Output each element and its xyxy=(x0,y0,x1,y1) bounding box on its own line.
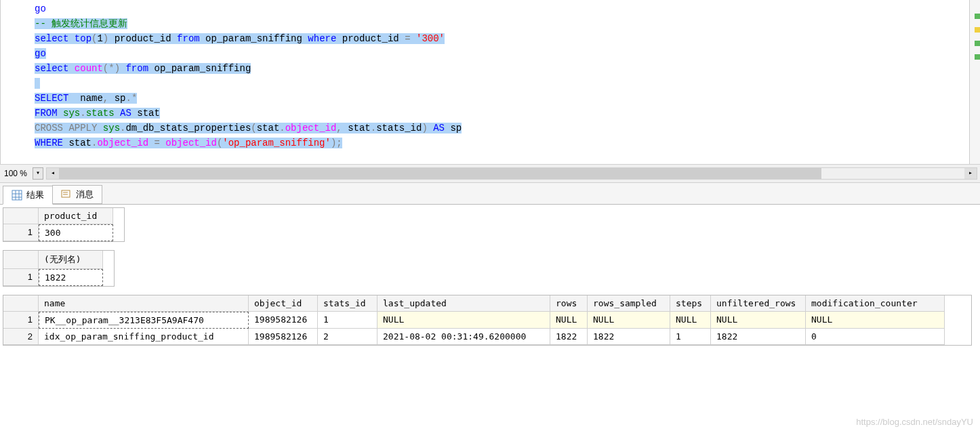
table-row[interactable]: 1 1822 xyxy=(3,269,114,286)
cell[interactable]: NULL xyxy=(588,312,670,329)
code-line xyxy=(35,76,980,91)
zoom-level[interactable]: 100 % xyxy=(3,168,28,179)
column-header[interactable]: steps xyxy=(670,295,711,312)
cell[interactable]: 300 xyxy=(39,224,113,241)
cell[interactable]: 1 xyxy=(670,329,711,345)
code-line: CROSS APPLY sys.dm_db_stats_properties(s… xyxy=(35,121,980,136)
cell[interactable]: 1822 xyxy=(550,329,588,345)
code-line: -- 触发统计信息更新 xyxy=(35,16,980,31)
column-header[interactable]: object_id xyxy=(249,295,318,312)
cell[interactable]: 1822 xyxy=(711,329,806,345)
row-header-blank[interactable] xyxy=(3,251,39,269)
column-header[interactable]: stats_id xyxy=(318,295,377,312)
column-header[interactable]: (无列名) xyxy=(39,251,103,269)
row-number[interactable]: 2 xyxy=(3,329,39,345)
tab-label: 结果 xyxy=(26,189,44,201)
message-icon xyxy=(61,189,72,200)
result-grid-1: product_id 1 300 xyxy=(3,207,125,242)
sql-editor[interactable]: go -- 触发统计信息更新 select top(1) product_id … xyxy=(0,0,980,164)
column-header[interactable]: product_id xyxy=(39,208,113,224)
watermark: https://blog.csdn.net/sndayYU xyxy=(856,417,973,427)
tab-messages[interactable]: 消息 xyxy=(52,185,102,204)
tab-label: 消息 xyxy=(76,188,94,201)
cell[interactable]: 2021-08-02 00:31:49.6200000 xyxy=(377,329,550,345)
scroll-left-icon[interactable]: ◂ xyxy=(47,168,59,179)
cell[interactable]: NULL xyxy=(377,312,550,329)
code-line: SELECT name, sp.* xyxy=(35,91,980,106)
results-pane[interactable]: product_id 1 300 (无列名) 1 1822 name objec… xyxy=(0,205,980,431)
svg-rect-0 xyxy=(12,190,22,200)
table-row[interactable]: 1 PK__op_param__3213E83F5A9AF470 1989582… xyxy=(3,312,971,329)
cell[interactable]: idx_op_param_sniffing_product_id xyxy=(39,329,249,345)
column-header[interactable]: rows xyxy=(550,295,588,312)
code-line: select count(*) from op_param_sniffing xyxy=(35,61,980,76)
cell[interactable]: NULL xyxy=(711,312,806,329)
svg-rect-5 xyxy=(62,190,70,197)
cell[interactable]: 0 xyxy=(806,329,945,345)
column-header[interactable]: unfiltered_rows xyxy=(711,295,806,312)
editor-footer: 100 % ▾ ◂ ▸ xyxy=(0,164,980,183)
scroll-right-icon[interactable]: ▸ xyxy=(964,168,977,179)
table-row[interactable]: 1 300 xyxy=(3,224,124,241)
code-line: go xyxy=(35,46,980,61)
cell[interactable]: NULL xyxy=(670,312,711,329)
cell[interactable]: 1822 xyxy=(39,269,103,286)
grid-icon xyxy=(12,190,22,201)
cell[interactable]: 1989582126 xyxy=(249,312,318,329)
result-grid-2: (无列名) 1 1822 xyxy=(3,250,115,287)
cell[interactable]: 1822 xyxy=(588,329,670,345)
row-header-blank[interactable] xyxy=(3,208,39,224)
column-header[interactable]: rows_sampled xyxy=(588,295,670,312)
row-number[interactable]: 1 xyxy=(3,224,39,241)
result-grid-3: name object_id stats_id last_updated row… xyxy=(3,295,972,346)
cell[interactable]: NULL xyxy=(806,312,945,329)
table-row[interactable]: 2 idx_op_param_sniffing_product_id 19895… xyxy=(3,329,971,345)
row-number[interactable]: 1 xyxy=(3,269,39,286)
row-header-blank[interactable] xyxy=(3,295,39,312)
scroll-thumb[interactable] xyxy=(59,168,821,179)
cell[interactable]: PK__op_param__3213E83F5A9AF470 xyxy=(39,312,249,329)
column-header[interactable]: modification_counter xyxy=(806,295,945,312)
cell[interactable]: 2 xyxy=(318,329,377,345)
code-line: FROM sys.stats AS stat xyxy=(35,106,980,121)
cell[interactable]: 1989582126 xyxy=(249,329,318,345)
cell[interactable]: NULL xyxy=(550,312,588,329)
column-header[interactable]: name xyxy=(39,295,249,312)
cell[interactable]: 1 xyxy=(318,312,377,329)
results-tabs: 结果 消息 xyxy=(0,183,980,205)
code-line: go xyxy=(35,1,980,16)
change-ruler xyxy=(969,0,980,164)
column-header[interactable]: last_updated xyxy=(377,295,550,312)
zoom-dropdown-icon[interactable]: ▾ xyxy=(33,167,43,180)
code-line: select top(1) product_id from op_param_s… xyxy=(35,31,980,46)
horizontal-scrollbar[interactable]: ◂ ▸ xyxy=(46,167,977,180)
row-number[interactable]: 1 xyxy=(3,312,39,329)
code-line: WHERE stat.object_id = object_id('op_par… xyxy=(35,136,980,150)
tab-results[interactable]: 结果 xyxy=(3,186,53,205)
